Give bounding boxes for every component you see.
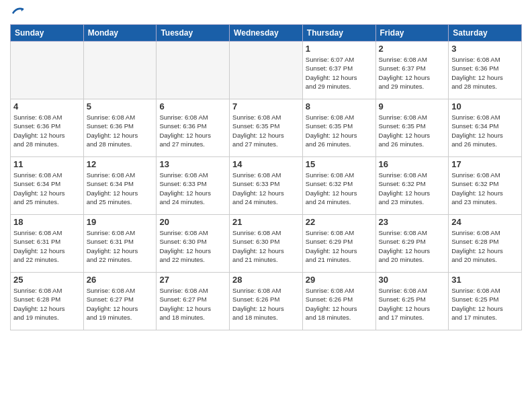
day-number: 21	[232, 217, 300, 227]
day-number: 24	[451, 217, 519, 227]
day-info: Sunrise: 6:08 AM Sunset: 6:36 PM Dayligh…	[451, 55, 519, 91]
day-number: 22	[306, 217, 373, 227]
day-info: Sunrise: 6:08 AM Sunset: 6:34 PM Dayligh…	[451, 113, 519, 148]
day-cell	[230, 42, 303, 99]
calendar-body: 1Sunrise: 6:07 AM Sunset: 6:37 PM Daylig…	[11, 42, 522, 330]
day-info: Sunrise: 6:08 AM Sunset: 6:35 PM Dayligh…	[306, 113, 373, 148]
day-number: 18	[13, 217, 81, 227]
day-cell: 21Sunrise: 6:08 AM Sunset: 6:30 PM Dayli…	[230, 215, 303, 273]
day-cell: 12Sunrise: 6:08 AM Sunset: 6:34 PM Dayli…	[83, 157, 157, 215]
day-number: 29	[306, 275, 373, 285]
day-cell: 10Sunrise: 6:08 AM Sunset: 6:34 PM Dayli…	[449, 99, 522, 157]
day-cell: 25Sunrise: 6:08 AM Sunset: 6:28 PM Dayli…	[11, 273, 84, 330]
day-number: 10	[451, 101, 519, 111]
day-cell: 28Sunrise: 6:08 AM Sunset: 6:26 PM Dayli…	[230, 273, 303, 330]
header	[10, 7, 522, 19]
day-number: 30	[379, 275, 446, 285]
day-number: 9	[379, 101, 446, 111]
calendar-table: SundayMondayTuesdayWednesdayThursdayFrid…	[10, 24, 522, 330]
day-cell: 29Sunrise: 6:08 AM Sunset: 6:26 PM Dayli…	[302, 273, 375, 330]
day-number: 2	[379, 44, 446, 54]
week-row-1: 1Sunrise: 6:07 AM Sunset: 6:37 PM Daylig…	[11, 42, 522, 99]
day-info: Sunrise: 6:08 AM Sunset: 6:35 PM Dayligh…	[379, 113, 446, 148]
day-number: 4	[13, 101, 81, 111]
day-number: 12	[87, 159, 154, 169]
day-number: 26	[87, 275, 154, 285]
header-cell-friday: Friday	[375, 25, 449, 42]
day-number: 8	[306, 101, 373, 111]
day-cell: 27Sunrise: 6:08 AM Sunset: 6:27 PM Dayli…	[157, 273, 230, 330]
day-cell: 16Sunrise: 6:08 AM Sunset: 6:32 PM Dayli…	[375, 157, 449, 215]
day-cell: 14Sunrise: 6:08 AM Sunset: 6:33 PM Dayli…	[230, 157, 303, 215]
day-info: Sunrise: 6:08 AM Sunset: 6:36 PM Dayligh…	[159, 113, 226, 148]
day-info: Sunrise: 6:08 AM Sunset: 6:28 PM Dayligh…	[13, 286, 81, 322]
day-cell: 8Sunrise: 6:08 AM Sunset: 6:35 PM Daylig…	[302, 99, 375, 157]
day-cell: 2Sunrise: 6:08 AM Sunset: 6:37 PM Daylig…	[375, 42, 449, 99]
header-cell-wednesday: Wednesday	[230, 25, 303, 42]
day-number: 7	[232, 101, 300, 111]
header-cell-tuesday: Tuesday	[157, 25, 230, 42]
day-number: 1	[306, 44, 373, 54]
day-cell: 26Sunrise: 6:08 AM Sunset: 6:27 PM Dayli…	[83, 273, 157, 330]
day-info: Sunrise: 6:08 AM Sunset: 6:25 PM Dayligh…	[379, 286, 446, 322]
header-cell-saturday: Saturday	[449, 25, 522, 42]
day-number: 16	[379, 159, 446, 169]
day-cell: 9Sunrise: 6:08 AM Sunset: 6:35 PM Daylig…	[375, 99, 449, 157]
day-number: 14	[232, 159, 300, 169]
logo-icon	[11, 4, 26, 19]
day-number: 15	[306, 159, 373, 169]
day-cell	[157, 42, 230, 99]
day-cell: 23Sunrise: 6:08 AM Sunset: 6:29 PM Dayli…	[375, 215, 449, 273]
day-cell: 13Sunrise: 6:08 AM Sunset: 6:33 PM Dayli…	[157, 157, 230, 215]
day-info: Sunrise: 6:08 AM Sunset: 6:31 PM Dayligh…	[13, 228, 81, 264]
day-info: Sunrise: 6:08 AM Sunset: 6:33 PM Dayligh…	[159, 171, 226, 206]
day-number: 31	[451, 275, 519, 285]
day-info: Sunrise: 6:08 AM Sunset: 6:32 PM Dayligh…	[379, 171, 446, 206]
day-cell	[83, 42, 157, 99]
day-cell: 31Sunrise: 6:08 AM Sunset: 6:25 PM Dayli…	[449, 273, 522, 330]
day-number: 20	[159, 217, 226, 227]
day-number: 13	[159, 159, 226, 169]
day-info: Sunrise: 6:08 AM Sunset: 6:29 PM Dayligh…	[379, 228, 446, 264]
logo	[10, 7, 26, 19]
day-cell	[11, 42, 84, 99]
day-cell: 15Sunrise: 6:08 AM Sunset: 6:32 PM Dayli…	[302, 157, 375, 215]
day-cell: 20Sunrise: 6:08 AM Sunset: 6:30 PM Dayli…	[157, 215, 230, 273]
day-cell: 3Sunrise: 6:08 AM Sunset: 6:36 PM Daylig…	[449, 42, 522, 99]
week-row-5: 25Sunrise: 6:08 AM Sunset: 6:28 PM Dayli…	[11, 273, 522, 330]
day-number: 27	[159, 275, 226, 285]
header-cell-monday: Monday	[83, 25, 157, 42]
day-info: Sunrise: 6:08 AM Sunset: 6:32 PM Dayligh…	[306, 171, 373, 206]
day-number: 23	[379, 217, 446, 227]
calendar-header-row: SundayMondayTuesdayWednesdayThursdayFrid…	[11, 25, 522, 42]
day-number: 28	[232, 275, 300, 285]
week-row-3: 11Sunrise: 6:08 AM Sunset: 6:34 PM Dayli…	[11, 157, 522, 215]
day-info: Sunrise: 6:08 AM Sunset: 6:33 PM Dayligh…	[232, 171, 300, 206]
header-cell-thursday: Thursday	[302, 25, 375, 42]
day-cell: 4Sunrise: 6:08 AM Sunset: 6:36 PM Daylig…	[11, 99, 84, 157]
day-number: 5	[87, 101, 154, 111]
day-info: Sunrise: 6:08 AM Sunset: 6:35 PM Dayligh…	[232, 113, 300, 148]
day-cell: 17Sunrise: 6:08 AM Sunset: 6:32 PM Dayli…	[449, 157, 522, 215]
day-info: Sunrise: 6:08 AM Sunset: 6:26 PM Dayligh…	[232, 286, 300, 322]
day-info: Sunrise: 6:08 AM Sunset: 6:34 PM Dayligh…	[13, 171, 81, 206]
day-info: Sunrise: 6:08 AM Sunset: 6:27 PM Dayligh…	[159, 286, 226, 322]
day-cell: 24Sunrise: 6:08 AM Sunset: 6:28 PM Dayli…	[449, 215, 522, 273]
day-number: 25	[13, 275, 81, 285]
day-info: Sunrise: 6:08 AM Sunset: 6:25 PM Dayligh…	[451, 286, 519, 322]
day-info: Sunrise: 6:08 AM Sunset: 6:31 PM Dayligh…	[87, 228, 154, 264]
day-number: 17	[451, 159, 519, 169]
day-cell: 11Sunrise: 6:08 AM Sunset: 6:34 PM Dayli…	[11, 157, 84, 215]
day-number: 11	[13, 159, 81, 169]
day-number: 19	[87, 217, 154, 227]
logo-text	[10, 7, 26, 19]
week-row-2: 4Sunrise: 6:08 AM Sunset: 6:36 PM Daylig…	[11, 99, 522, 157]
day-info: Sunrise: 6:08 AM Sunset: 6:27 PM Dayligh…	[87, 286, 154, 322]
day-info: Sunrise: 6:08 AM Sunset: 6:36 PM Dayligh…	[87, 113, 154, 148]
day-info: Sunrise: 6:08 AM Sunset: 6:26 PM Dayligh…	[306, 286, 373, 322]
day-info: Sunrise: 6:08 AM Sunset: 6:29 PM Dayligh…	[306, 228, 373, 264]
day-info: Sunrise: 6:08 AM Sunset: 6:30 PM Dayligh…	[159, 228, 226, 264]
day-number: 6	[159, 101, 226, 111]
day-cell: 6Sunrise: 6:08 AM Sunset: 6:36 PM Daylig…	[157, 99, 230, 157]
day-info: Sunrise: 6:08 AM Sunset: 6:30 PM Dayligh…	[232, 228, 300, 264]
